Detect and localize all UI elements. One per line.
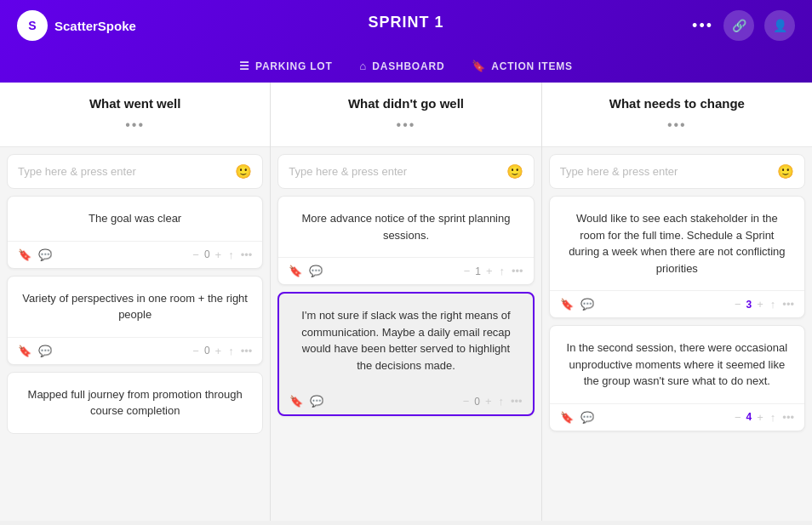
vote-area: − 0 + [463, 395, 492, 408]
parking-lot-icon: ☰ [239, 60, 250, 72]
nav-action-items[interactable]: 🔖 ACTION ITEMS [472, 60, 572, 72]
card-text: I'm not sure if slack was the right mean… [279, 294, 532, 387]
nav-dashboard[interactable]: ⌂ DASHBOARD [360, 60, 445, 72]
card-left-actions: 🔖 💬 [289, 395, 323, 408]
bookmark-icon[interactable]: 🔖 [18, 345, 31, 357]
bookmark-icon[interactable]: 🔖 [560, 298, 574, 311]
card-right-actions: − 1 + ↑ ••• [464, 265, 523, 277]
vote-down-button[interactable]: − [463, 395, 470, 408]
vote-up-button[interactable]: + [757, 411, 763, 424]
comment-icon[interactable]: 💬 [580, 411, 594, 424]
card-text: Mapped full journey from promotion throu… [21, 386, 249, 419]
vote-count: 0 [474, 396, 480, 408]
comment-icon[interactable]: 💬 [309, 265, 323, 277]
vote-down-button[interactable]: − [192, 345, 199, 357]
action-items-icon: 🔖 [472, 60, 486, 72]
column-didnt-go-well: What didn't go well ••• Type here & pres… [271, 83, 541, 521]
vote-down-button[interactable]: − [735, 298, 741, 311]
card-right-actions: − 3 + ↑ ••• [735, 298, 794, 311]
vote-up-button[interactable]: + [215, 248, 222, 261]
vote-area: − 3 + [735, 298, 763, 311]
share-icon[interactable]: ↑ [770, 411, 776, 424]
column-title-change: What needs to change [556, 96, 798, 111]
card-goal-clear: The goal was clear 🔖 💬 − 0 + ↑ ••• [7, 196, 263, 269]
input-didnt[interactable]: Type here & press enter 🙂 [277, 154, 534, 189]
bookmark-icon[interactable]: 🔖 [560, 411, 574, 424]
vote-down-button[interactable]: − [192, 248, 199, 261]
card-left-actions: 🔖 💬 [560, 411, 594, 424]
input-placeholder-change: Type here & press enter [560, 165, 678, 178]
card-left-actions: 🔖 💬 [289, 265, 323, 277]
card-unproductive: In the second session, there were occasi… [549, 325, 805, 431]
card-text: Would like to see each stakeholder in th… [550, 197, 804, 290]
vote-count: 4 [746, 411, 752, 423]
bookmark-icon[interactable]: 🔖 [289, 265, 302, 277]
logo-text: ScatterSpoke [54, 19, 136, 33]
logo-area: S ScatterSpoke [17, 10, 136, 41]
input-placeholder-didnt: Type here & press enter [289, 165, 407, 178]
cards-didnt: More advance notice of the sprint planni… [271, 196, 540, 521]
vote-up-button[interactable]: + [486, 265, 493, 277]
card-left-actions: 🔖 💬 [18, 345, 52, 357]
input-change[interactable]: Type here & press enter 🙂 [549, 154, 805, 189]
column-menu-went-well[interactable]: ••• [14, 117, 256, 133]
card-slack: I'm not sure if slack was the right mean… [277, 292, 534, 416]
emoji-icon-change[interactable]: 🙂 [777, 163, 794, 180]
emoji-icon-didnt[interactable]: 🙂 [506, 163, 523, 180]
comment-icon[interactable]: 💬 [580, 298, 594, 311]
input-went-well[interactable]: Type here & press enter 🙂 [7, 154, 263, 189]
card-dots[interactable]: ••• [782, 411, 794, 424]
vote-up-button[interactable]: + [757, 298, 763, 311]
comment-icon[interactable]: 💬 [38, 345, 52, 357]
vote-up-button[interactable]: + [485, 395, 492, 408]
share-icon[interactable]: ↑ [770, 298, 776, 311]
cards-went-well: The goal was clear 🔖 💬 − 0 + ↑ ••• [0, 196, 270, 521]
card-right-actions: − 0 + ↑ ••• [463, 395, 523, 408]
card-footer: 🔖 💬 − 0 + ↑ ••• [279, 387, 532, 414]
vote-area: − 1 + [464, 265, 493, 277]
card-mapped: Mapped full journey from promotion throu… [7, 372, 263, 434]
card-left-actions: 🔖 💬 [18, 248, 52, 261]
card-variety: Variety of perspectives in one room + th… [7, 276, 263, 365]
link-icon[interactable]: 🔗 [723, 10, 754, 41]
bookmark-icon[interactable]: 🔖 [18, 248, 31, 261]
user-avatar[interactable]: 👤 [764, 10, 795, 41]
more-options-button[interactable]: ••• [692, 17, 713, 35]
vote-count: 0 [204, 345, 210, 357]
column-menu-didnt[interactable]: ••• [284, 117, 527, 133]
vote-down-button[interactable]: − [464, 265, 471, 277]
card-dots[interactable]: ••• [512, 265, 523, 277]
vote-count: 3 [746, 299, 752, 311]
vote-down-button[interactable]: − [735, 411, 741, 424]
share-icon[interactable]: ↑ [228, 345, 234, 357]
vote-area: − 0 + [192, 248, 221, 261]
card-dots[interactable]: ••• [782, 298, 794, 311]
column-title-didnt: What didn't go well [284, 96, 527, 111]
input-placeholder-went-well: Type here & press enter [18, 165, 136, 178]
main-content: What went well ••• Type here & press ent… [0, 83, 812, 521]
card-dots[interactable]: ••• [511, 395, 523, 408]
share-icon[interactable]: ↑ [228, 248, 234, 261]
card-text: More advance notice of the sprint planni… [278, 197, 533, 257]
card-dots[interactable]: ••• [241, 248, 253, 261]
column-header-went-well: What went well ••• [0, 83, 270, 147]
vote-area: − 4 + [735, 411, 763, 424]
vote-up-button[interactable]: + [215, 345, 222, 357]
card-dots[interactable]: ••• [241, 345, 253, 357]
nav-parking-lot[interactable]: ☰ PARKING LOT [239, 60, 332, 72]
share-icon[interactable]: ↑ [500, 265, 506, 277]
share-icon[interactable]: ↑ [499, 395, 505, 408]
column-menu-change[interactable]: ••• [556, 117, 798, 133]
card-text: The goal was clear [8, 197, 262, 241]
card-footer: 🔖 💬 − 3 + ↑ ••• [550, 290, 804, 317]
card-right-actions: − 4 + ↑ ••• [735, 411, 794, 424]
bookmark-icon[interactable]: 🔖 [289, 395, 303, 408]
column-header-didnt: What didn't go well ••• [271, 83, 540, 147]
card-text: In the second session, there were occasi… [550, 326, 804, 403]
comment-icon[interactable]: 💬 [310, 395, 323, 408]
comment-icon[interactable]: 💬 [38, 248, 52, 261]
emoji-icon-went-well[interactable]: 🙂 [235, 163, 252, 180]
sprint-title: SPRINT 1 [368, 14, 443, 31]
header-nav: ☰ PARKING LOT ⌂ DASHBOARD 🔖 ACTION ITEMS [0, 51, 812, 83]
column-went-well: What went well ••• Type here & press ent… [0, 83, 271, 521]
